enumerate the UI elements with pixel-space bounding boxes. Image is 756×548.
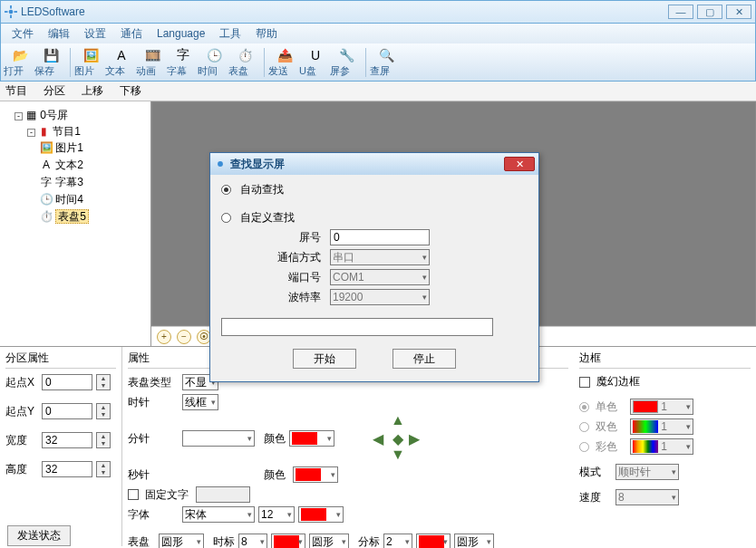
toolbar-文本[interactable]: A文本 [106,45,137,80]
toolbar-icon: 🔍 [378,47,394,63]
svg-point-0 [9,10,14,14]
screen-no-input[interactable] [330,229,430,245]
min-mark-size-select[interactable]: 2 [383,534,412,548]
arrow-center-icon[interactable]: ◆ [393,430,403,447]
toolbar-icon: ⏱️ [237,47,253,63]
font-select[interactable]: 宋体 [182,506,255,523]
toolbar-字幕[interactable]: 字字幕 [168,45,199,80]
send-status-button[interactable]: 发送状态 [7,525,71,546]
toolbar-打开[interactable]: 📂打开 [5,45,35,80]
subtool-movedown[interactable]: 下移 [120,83,141,99]
toolbar: 📂打开💾保存🖼️图片A文本🎞️动画字字幕🕒时间⏱️表盘📤发送UU盘🔧屏参🔍查屏 [0,43,756,82]
start-y-spinner[interactable]: ▲▼ [96,403,111,419]
min-mark-color-select[interactable] [416,534,451,548]
single-style-select: 1 [630,399,693,415]
menu-file[interactable]: 文件 [5,26,41,42]
fixed-text-checkbox[interactable] [128,489,139,500]
toolbar-图片[interactable]: 🖼️图片 [75,45,106,80]
dialog-icon [214,158,227,170]
double-color-radio [579,422,589,432]
hour-hand-select[interactable]: 线框 [182,394,218,410]
menu-help[interactable]: 帮助 [248,26,285,42]
menu-edit[interactable]: 编辑 [41,26,77,42]
color-style-select: 1 [630,438,693,455]
minute-color-select[interactable] [289,430,334,447]
tree-item[interactable]: 字 字幕3 [40,174,149,191]
tree-item[interactable]: A 文本2 [40,157,149,174]
minimize-button[interactable]: — [668,5,693,19]
hour-mark-color-select[interactable] [271,534,305,548]
custom-find-radio[interactable] [221,213,231,223]
width-input[interactable] [42,432,92,448]
zoom-in-icon[interactable]: + [157,330,171,344]
app-icon [5,5,17,18]
toolbar-保存[interactable]: 💾保存 [35,45,66,80]
magic-border-checkbox[interactable] [579,377,590,388]
tree-root[interactable]: -▦ 0号屏 -▮ 节目1 🖼️ 图片1A 文本2字 字幕3🕒 时间4⏱️ 表盘… [15,107,149,227]
toolbar-icon: U [307,47,324,63]
toolbar-icon: 📂 [12,47,28,63]
height-spinner[interactable]: ▲▼ [96,461,111,477]
dialog-status-input[interactable] [221,318,493,336]
auto-find-radio[interactable] [221,185,231,195]
menu-bar: 文件 编辑 设置 通信 Language 工具 帮助 [0,24,756,43]
subtool-moveup[interactable]: 上移 [82,83,103,99]
tree-program[interactable]: -▮ 节目1 🖼️ 图片1A 文本2字 字幕3🕒 时间4⏱️ 表盘5 [27,123,149,226]
start-x-spinner[interactable]: ▲▼ [96,374,111,390]
border-speed-select: 8 [615,489,679,505]
dial-shape-select[interactable]: 圆形 [159,534,204,548]
height-input[interactable] [42,461,92,477]
min-mark-shape-select[interactable]: 圆形 [454,534,494,548]
arrow-down-icon[interactable]: ▼ [391,447,405,463]
toolbar-屏参[interactable]: 🔧屏参 [331,45,362,80]
stop-button[interactable]: 停止 [393,349,456,369]
arrow-right-icon[interactable]: ▶ [409,430,420,447]
fixed-text-input[interactable] [196,486,250,503]
toolbar-查屏[interactable]: 🔍查屏 [371,45,402,80]
second-color-select[interactable] [293,466,338,483]
start-button[interactable]: 开始 [293,349,356,369]
toolbar-动画[interactable]: 🎞️动画 [137,45,168,80]
close-button[interactable]: ✕ [726,5,751,19]
minute-hand-select[interactable] [182,430,255,447]
border-title: 边框 [579,351,751,369]
zone-title: 分区属性 [5,351,116,369]
menu-settings[interactable]: 设置 [77,26,113,42]
hour-mark-shape-select[interactable]: 圆形 [309,534,349,548]
toolbar-表盘[interactable]: ⏱️表盘 [229,45,260,80]
toolbar-时间[interactable]: 🕒时间 [199,45,229,80]
zoom-out-icon[interactable]: − [177,330,191,344]
tree-panel: -▦ 0号屏 -▮ 节目1 🖼️ 图片1A 文本2字 字幕3🕒 时间4⏱️ 表盘… [0,101,151,346]
tree-item[interactable]: 🕒 时间4 [40,191,149,208]
toolbar-发送[interactable]: 📤发送 [269,45,300,80]
subtool-program[interactable]: 节目 [5,83,27,99]
toolbar-U盘[interactable]: UU盘 [300,45,331,80]
font-color-select[interactable] [298,506,344,523]
maximize-button[interactable]: ▢ [697,5,722,19]
toolbar-icon: 🖼️ [82,47,99,63]
toolbar-icon: 💾 [43,47,59,63]
port-select: COM1 [330,269,430,285]
width-spinner[interactable]: ▲▼ [96,432,111,448]
menu-language[interactable]: Language [150,27,212,40]
arrow-up-icon[interactable]: ▲ [391,412,405,428]
find-screen-dialog: 查找显示屏 ✕ 自动查找 自定义查找 屏号 通信方式串口 端口号COM1 波特率… [209,152,539,382]
app-title: LEDSoftware [21,5,668,18]
double-style-select: 1 [630,418,693,435]
menu-comm[interactable]: 通信 [113,26,150,42]
start-x-input[interactable] [42,374,92,390]
multi-color-radio [579,442,589,452]
border-mode-select: 顺时针 [615,464,679,480]
single-color-radio [579,402,589,412]
comm-type-select: 串口 [330,249,430,265]
hour-mark-size-select[interactable]: 8 [238,534,267,548]
menu-tools[interactable]: 工具 [212,26,248,42]
start-y-input[interactable] [42,403,92,419]
arrow-left-icon[interactable]: ◀ [373,430,383,447]
tree-item[interactable]: 🖼️ 图片1 [40,139,149,157]
tree-item[interactable]: ⏱️ 表盘5 [40,208,149,226]
dialog-close-button[interactable]: ✕ [504,157,535,171]
font-size-select[interactable]: 12 [258,506,295,523]
subtool-zone[interactable]: 分区 [44,83,65,99]
toolbar-icon: 🔧 [338,47,354,63]
